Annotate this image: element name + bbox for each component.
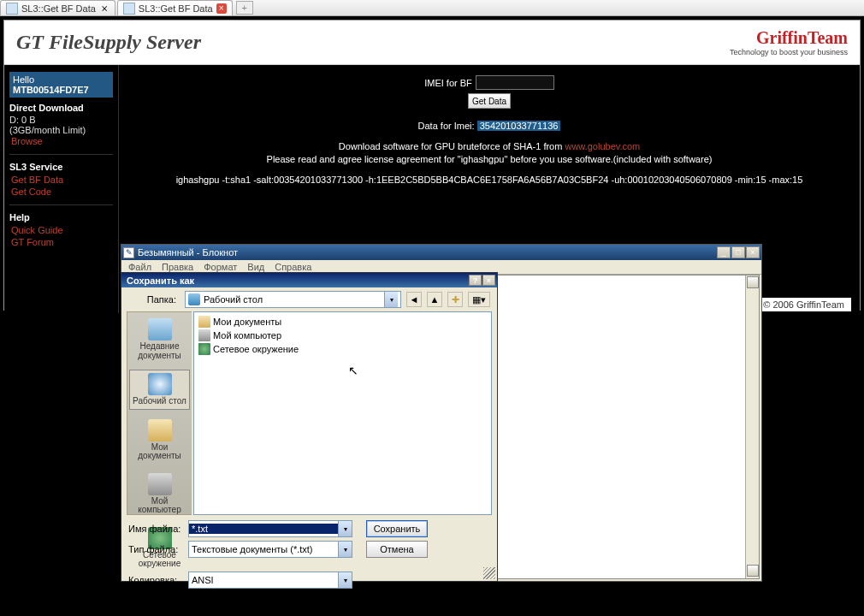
folder-combo[interactable]: Рабочий стол ▾ <box>185 291 401 308</box>
filename-label: Имя файла: <box>128 524 183 534</box>
direct-download-heading: Direct Download <box>9 103 113 113</box>
command-line: ighashgpu -t:sha1 -salt:0035420103377130… <box>136 175 843 185</box>
computer-icon <box>148 473 172 495</box>
places-bar: Недавние документы Рабочий стол Мои доку… <box>127 311 192 515</box>
scrollbar[interactable] <box>745 275 759 578</box>
gt-forum-link[interactable]: GT Forum <box>9 236 113 248</box>
chevron-down-icon[interactable]: ▾ <box>338 521 352 536</box>
chevron-down-icon[interactable]: ▾ <box>338 542 352 557</box>
scroll-up-icon[interactable] <box>747 276 759 288</box>
place-computer[interactable]: Мой компьютер <box>129 471 190 518</box>
place-recent[interactable]: Недавние документы <box>129 316 190 363</box>
chevron-down-icon[interactable]: ▾ <box>384 292 398 307</box>
filename-value: *.txt <box>189 524 338 534</box>
notepad-icon: ✎ <box>123 247 134 258</box>
folder-icon <box>198 316 210 328</box>
cancel-button[interactable]: Отмена <box>366 541 428 558</box>
tab-title: SL3::Get BF Data <box>21 3 96 14</box>
view-menu-button[interactable]: ▦▾ <box>468 292 490 307</box>
hello-user: MTB00514FD7E7 <box>13 85 89 95</box>
brand: GriffinTeam Technology to boost your bus… <box>730 28 848 56</box>
cursor-icon: ↖ <box>348 364 358 377</box>
get-code-link[interactable]: Get Code <box>9 186 113 198</box>
menu-edit[interactable]: Правка <box>162 262 193 272</box>
up-button[interactable]: ▲ <box>427 292 442 307</box>
place-label: Мой компьютер <box>130 497 189 515</box>
encoding-label: Кодировка: <box>128 575 183 585</box>
resize-grip-icon[interactable] <box>483 567 495 579</box>
encoding-combo[interactable]: ANSI ▾ <box>188 572 352 589</box>
close-button[interactable]: × <box>746 246 760 258</box>
maximize-button[interactable]: □ <box>731 246 745 258</box>
saveas-title: Сохранить как <box>127 275 194 286</box>
dd-limit: (3GB/month Limit) <box>9 125 113 135</box>
agree-text: Please read and agree license agreement … <box>136 154 843 164</box>
browser-tabs-bar: SL3::Get BF Data ⨯ SL3::Get BF Data × + <box>0 0 864 16</box>
filetype-combo[interactable]: Текстовые документы (*.txt) ▾ <box>188 541 352 558</box>
saveas-titlebar[interactable]: Сохранить как ? × <box>121 273 497 287</box>
file-item-mydocs[interactable]: Мои документы <box>197 315 488 329</box>
close-button[interactable]: × <box>482 275 495 286</box>
menu-file[interactable]: Файл <box>128 262 151 272</box>
place-label: Рабочий стол <box>133 397 186 406</box>
place-documents[interactable]: Мои документы <box>129 417 190 464</box>
brand-name: GriffinTeam <box>730 28 848 48</box>
save-button[interactable]: Сохранить <box>366 520 428 537</box>
close-icon[interactable]: ⨯ <box>99 3 109 14</box>
computer-icon <box>198 329 210 341</box>
hello-banner: Hello MTB00514FD7E7 <box>9 72 113 98</box>
hello-prefix: Hello <box>13 74 34 85</box>
scroll-down-icon[interactable] <box>747 565 759 577</box>
quick-guide-link[interactable]: Quick Guide <box>9 224 113 236</box>
desktop-icon <box>188 293 200 305</box>
imei-input[interactable] <box>476 75 554 90</box>
menu-view[interactable]: Вид <box>247 262 264 272</box>
chevron-down-icon[interactable]: ▾ <box>338 572 352 588</box>
browse-link[interactable]: Browse <box>9 135 113 147</box>
new-tab-button[interactable]: + <box>236 1 253 15</box>
help-button[interactable]: ? <box>469 275 482 286</box>
brand-slogan: Technology to boost your business <box>730 48 848 56</box>
minimize-button[interactable]: _ <box>717 246 731 258</box>
logo-text: GT FileSupply Server <box>16 31 201 54</box>
filename-combo[interactable]: *.txt ▾ <box>188 520 352 537</box>
sl3-heading: SL3 Service <box>9 162 113 172</box>
notepad-title: Безымянный - Блокнот <box>138 247 238 258</box>
imei-value: 354201033771136 <box>477 121 561 131</box>
file-item-mynet[interactable]: Сетевое окружение <box>197 342 488 356</box>
help-heading: Help <box>9 212 113 222</box>
imei-label: IMEI for BF <box>424 78 472 88</box>
new-folder-button[interactable]: ✚ <box>447 292 463 307</box>
data-for-label: Data for Imei: <box>418 121 475 131</box>
documents-icon <box>148 419 172 441</box>
dd-usage: D: 0 B <box>9 115 113 125</box>
file-item-mycomp[interactable]: Мой компьютер <box>197 329 488 342</box>
file-list[interactable]: Мои документы Мой компьютер Сетевое окру… <box>193 311 492 515</box>
filetype-label: Тип файла: <box>128 544 183 554</box>
back-button[interactable]: ◄ <box>406 292 422 307</box>
menu-help[interactable]: Справка <box>275 262 311 272</box>
file-item-label: Сетевое окружение <box>213 344 299 354</box>
dl-text-pre: Download software for GPU bruteforce of … <box>339 141 565 151</box>
get-bf-data-link[interactable]: Get BF Data <box>9 174 113 186</box>
browser-tab-2[interactable]: SL3::Get BF Data × <box>117 0 233 15</box>
place-desktop[interactable]: Рабочий стол <box>129 370 190 410</box>
recent-icon <box>148 318 172 341</box>
folder-label: Папка: <box>128 294 180 305</box>
page-icon <box>123 3 135 15</box>
notepad-titlebar[interactable]: ✎ Безымянный - Блокнот _ □ × <box>121 245 761 260</box>
tab-title: SL3::Get BF Data <box>139 3 213 14</box>
get-data-button[interactable]: Get Data <box>468 93 511 109</box>
place-label: Мои документы <box>130 443 189 461</box>
menu-format[interactable]: Формат <box>204 262 237 272</box>
page-icon <box>6 3 18 15</box>
close-icon[interactable]: × <box>216 3 227 14</box>
page-header: GT FileSupply Server GriffinTeam Technol… <box>4 21 860 65</box>
encoding-value: ANSI <box>189 575 338 585</box>
file-item-label: Мои документы <box>213 317 281 327</box>
desktop-icon <box>148 373 172 395</box>
golubev-link[interactable]: www.golubev.com <box>565 141 640 151</box>
browser-tab-1[interactable]: SL3::Get BF Data ⨯ <box>0 0 115 15</box>
sidebar: Hello MTB00514FD7E7 Direct Download D: 0… <box>4 65 119 313</box>
filetype-value: Текстовые документы (*.txt) <box>189 544 338 554</box>
